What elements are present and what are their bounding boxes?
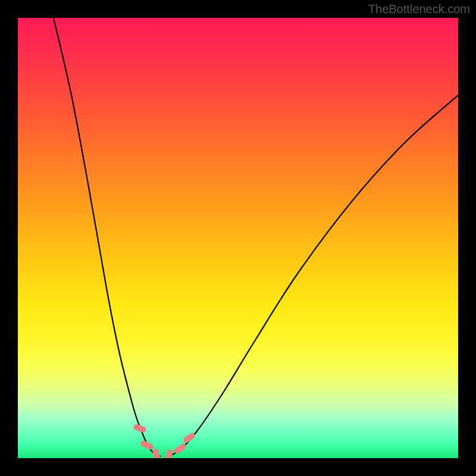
curve-right: [167, 95, 458, 456]
curve-mark: [133, 424, 147, 434]
curve-left: [54, 18, 161, 456]
curve-mark: [152, 448, 161, 458]
curve-mark: [182, 432, 196, 444]
curve-mark: [164, 449, 173, 458]
watermark: TheBottleneck.com: [368, 2, 470, 16]
curve-marks: [133, 424, 196, 458]
chart-container: TheBottleneck.com: [0, 0, 476, 476]
curve-layer: [18, 18, 458, 458]
plot-area: [18, 18, 458, 458]
curve-mark: [140, 440, 154, 450]
